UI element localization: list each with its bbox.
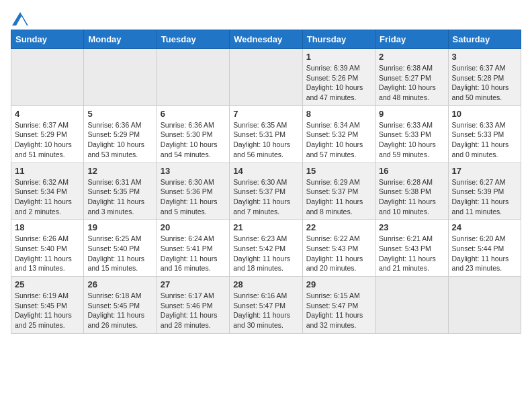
calendar-day-cell — [230, 49, 302, 106]
day-number: 28 — [233, 279, 298, 289]
calendar-day-cell — [11, 49, 84, 106]
calendar-day-cell: 24Sunrise: 6:20 AMSunset: 5:44 PMDayligh… — [448, 220, 521, 277]
calendar-table: SundayMondayTuesdayWednesdayThursdayFrid… — [11, 30, 521, 334]
day-number: 12 — [87, 166, 152, 176]
calendar-day-cell: 15Sunrise: 6:29 AMSunset: 5:37 PMDayligh… — [302, 163, 375, 220]
day-info: Sunrise: 6:26 AMSunset: 5:40 PMDaylight:… — [15, 234, 80, 273]
day-info: Sunrise: 6:35 AMSunset: 5:31 PMDaylight:… — [233, 120, 298, 160]
calendar-day-cell: 9Sunrise: 6:33 AMSunset: 5:33 PMDaylight… — [375, 105, 448, 163]
weekday-header: Wednesday — [230, 30, 302, 49]
day-number: 11 — [15, 166, 80, 176]
calendar-day-cell: 8Sunrise: 6:34 AMSunset: 5:32 PMDaylight… — [302, 105, 375, 163]
day-number: 20 — [161, 222, 226, 232]
calendar-day-cell: 10Sunrise: 6:33 AMSunset: 5:33 PMDayligh… — [448, 105, 521, 163]
calendar-day-cell: 12Sunrise: 6:31 AMSunset: 5:35 PMDayligh… — [84, 163, 157, 220]
calendar-day-cell — [157, 49, 229, 106]
day-info: Sunrise: 6:32 AMSunset: 5:34 PMDaylight:… — [15, 177, 80, 217]
day-number: 29 — [306, 279, 371, 289]
calendar-day-cell: 21Sunrise: 6:23 AMSunset: 5:42 PMDayligh… — [230, 220, 302, 277]
calendar-day-cell: 28Sunrise: 6:16 AMSunset: 5:47 PMDayligh… — [230, 277, 302, 334]
day-info: Sunrise: 6:16 AMSunset: 5:47 PMDaylight:… — [233, 291, 298, 330]
page-header — [11, 11, 521, 24]
day-info: Sunrise: 6:37 AMSunset: 5:28 PMDaylight:… — [452, 63, 517, 103]
day-info: Sunrise: 6:18 AMSunset: 5:45 PMDaylight:… — [87, 291, 152, 330]
calendar-day-cell: 5Sunrise: 6:36 AMSunset: 5:29 PMDaylight… — [84, 105, 157, 163]
day-number: 4 — [15, 109, 80, 119]
weekday-header: Sunday — [11, 30, 84, 49]
calendar-day-cell: 27Sunrise: 6:17 AMSunset: 5:46 PMDayligh… — [157, 277, 229, 334]
day-info: Sunrise: 6:31 AMSunset: 5:35 PMDaylight:… — [87, 177, 152, 217]
weekday-header: Monday — [84, 30, 157, 49]
calendar-day-cell: 7Sunrise: 6:35 AMSunset: 5:31 PMDaylight… — [230, 105, 302, 163]
day-info: Sunrise: 6:17 AMSunset: 5:46 PMDaylight:… — [161, 291, 226, 330]
calendar-day-cell: 11Sunrise: 6:32 AMSunset: 5:34 PMDayligh… — [11, 163, 84, 220]
day-number: 6 — [161, 109, 226, 119]
logo-icon — [12, 11, 28, 27]
day-number: 14 — [233, 166, 298, 176]
day-info: Sunrise: 6:29 AMSunset: 5:37 PMDaylight:… — [306, 177, 371, 217]
day-number: 19 — [87, 222, 152, 232]
day-info: Sunrise: 6:39 AMSunset: 5:26 PMDaylight:… — [306, 63, 371, 103]
calendar-day-cell: 29Sunrise: 6:15 AMSunset: 5:47 PMDayligh… — [302, 277, 375, 334]
day-info: Sunrise: 6:28 AMSunset: 5:38 PMDaylight:… — [379, 177, 444, 217]
day-number: 26 — [87, 279, 152, 289]
calendar-day-cell: 26Sunrise: 6:18 AMSunset: 5:45 PMDayligh… — [84, 277, 157, 334]
day-number: 22 — [306, 222, 371, 232]
day-number: 3 — [452, 52, 517, 62]
day-info: Sunrise: 6:30 AMSunset: 5:37 PMDaylight:… — [233, 177, 298, 217]
day-number: 8 — [306, 109, 371, 119]
day-info: Sunrise: 6:25 AMSunset: 5:40 PMDaylight:… — [87, 234, 152, 273]
day-info: Sunrise: 6:36 AMSunset: 5:30 PMDaylight:… — [161, 120, 226, 160]
day-number: 25 — [15, 279, 80, 289]
day-info: Sunrise: 6:20 AMSunset: 5:44 PMDaylight:… — [452, 234, 517, 273]
day-info: Sunrise: 6:23 AMSunset: 5:42 PMDaylight:… — [233, 234, 298, 273]
day-number: 16 — [379, 166, 444, 176]
day-info: Sunrise: 6:36 AMSunset: 5:29 PMDaylight:… — [87, 120, 152, 160]
calendar-day-cell: 4Sunrise: 6:37 AMSunset: 5:29 PMDaylight… — [11, 105, 84, 163]
day-info: Sunrise: 6:33 AMSunset: 5:33 PMDaylight:… — [379, 120, 444, 160]
calendar-day-cell — [84, 49, 157, 106]
calendar-day-cell: 20Sunrise: 6:24 AMSunset: 5:41 PMDayligh… — [157, 220, 229, 277]
calendar-day-cell: 1Sunrise: 6:39 AMSunset: 5:26 PMDaylight… — [302, 49, 375, 106]
calendar-week-row: 25Sunrise: 6:19 AMSunset: 5:45 PMDayligh… — [11, 277, 521, 334]
day-info: Sunrise: 6:38 AMSunset: 5:27 PMDaylight:… — [379, 63, 444, 103]
calendar-week-row: 18Sunrise: 6:26 AMSunset: 5:40 PMDayligh… — [11, 220, 521, 277]
day-info: Sunrise: 6:24 AMSunset: 5:41 PMDaylight:… — [161, 234, 226, 273]
day-number: 21 — [233, 222, 298, 232]
weekday-header: Friday — [375, 30, 448, 49]
calendar-day-cell: 6Sunrise: 6:36 AMSunset: 5:30 PMDaylight… — [157, 105, 229, 163]
calendar-day-cell: 3Sunrise: 6:37 AMSunset: 5:28 PMDaylight… — [448, 49, 521, 106]
weekday-header: Thursday — [302, 30, 375, 49]
calendar-day-cell: 14Sunrise: 6:30 AMSunset: 5:37 PMDayligh… — [230, 163, 302, 220]
calendar-day-cell: 25Sunrise: 6:19 AMSunset: 5:45 PMDayligh… — [11, 277, 84, 334]
day-number: 17 — [452, 166, 517, 176]
calendar-day-cell — [448, 277, 521, 334]
day-number: 9 — [379, 109, 444, 119]
calendar-day-cell: 2Sunrise: 6:38 AMSunset: 5:27 PMDaylight… — [375, 49, 448, 106]
calendar-day-cell: 23Sunrise: 6:21 AMSunset: 5:43 PMDayligh… — [375, 220, 448, 277]
day-info: Sunrise: 6:34 AMSunset: 5:32 PMDaylight:… — [306, 120, 371, 160]
day-info: Sunrise: 6:37 AMSunset: 5:29 PMDaylight:… — [15, 120, 80, 160]
day-info: Sunrise: 6:19 AMSunset: 5:45 PMDaylight:… — [15, 291, 80, 330]
calendar-day-cell: 22Sunrise: 6:22 AMSunset: 5:43 PMDayligh… — [302, 220, 375, 277]
weekday-header: Saturday — [448, 30, 521, 49]
day-info: Sunrise: 6:22 AMSunset: 5:43 PMDaylight:… — [306, 234, 371, 273]
calendar-day-cell: 19Sunrise: 6:25 AMSunset: 5:40 PMDayligh… — [84, 220, 157, 277]
day-number: 27 — [161, 279, 226, 289]
day-number: 7 — [233, 109, 298, 119]
calendar-day-cell: 17Sunrise: 6:27 AMSunset: 5:39 PMDayligh… — [448, 163, 521, 220]
day-info: Sunrise: 6:15 AMSunset: 5:47 PMDaylight:… — [306, 291, 371, 330]
day-number: 10 — [452, 109, 517, 119]
day-number: 24 — [452, 222, 517, 232]
day-number: 1 — [306, 52, 371, 62]
day-number: 23 — [379, 222, 444, 232]
calendar-week-row: 4Sunrise: 6:37 AMSunset: 5:29 PMDaylight… — [11, 105, 521, 163]
day-number: 2 — [379, 52, 444, 62]
calendar-week-row: 11Sunrise: 6:32 AMSunset: 5:34 PMDayligh… — [11, 163, 521, 220]
day-info: Sunrise: 6:27 AMSunset: 5:39 PMDaylight:… — [452, 177, 517, 217]
calendar-day-cell: 13Sunrise: 6:30 AMSunset: 5:36 PMDayligh… — [157, 163, 229, 220]
day-number: 18 — [15, 222, 80, 232]
logo — [11, 11, 28, 24]
calendar-week-row: 1Sunrise: 6:39 AMSunset: 5:26 PMDaylight… — [11, 49, 521, 106]
day-number: 13 — [161, 166, 226, 176]
